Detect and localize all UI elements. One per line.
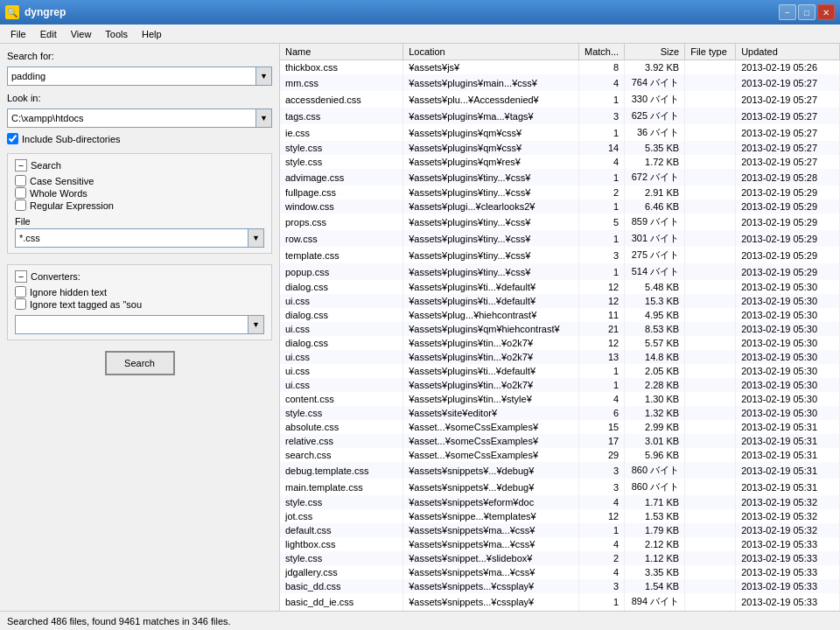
menu-edit[interactable]: Edit — [33, 27, 64, 41]
table-row[interactable]: style.css¥assets¥plugins¥qm¥res¥41.72 KB… — [280, 155, 840, 169]
table-row[interactable]: style.css¥assets¥snippet...¥slidebox¥21.… — [280, 551, 840, 565]
table-cell: ¥assets¥js¥ — [403, 60, 579, 75]
close-button[interactable]: ✕ — [817, 4, 835, 20]
case-sensitive-checkbox[interactable] — [15, 175, 26, 186]
table-row[interactable]: fullpage.css¥assets¥plugins¥tiny...¥css¥… — [280, 186, 840, 200]
look-in-input[interactable] — [8, 112, 256, 124]
col-header-name[interactable]: Name — [280, 44, 403, 60]
table-row[interactable]: absolute.css¥asset...¥someCssExamples¥15… — [280, 420, 840, 434]
col-header-filetype[interactable]: File type — [685, 44, 736, 60]
table-row[interactable]: lightbox.css¥assets¥snippets¥ma...¥css¥4… — [280, 537, 840, 551]
converters-input[interactable] — [16, 318, 248, 331]
file-input[interactable] — [16, 232, 248, 244]
converters-section-toggle[interactable]: − — [15, 270, 27, 283]
search-for-input[interactable] — [8, 70, 256, 82]
table-row[interactable]: dialog.css¥assets¥plugins¥ti...¥default¥… — [280, 280, 840, 294]
include-sub-checkbox[interactable] — [7, 133, 18, 144]
table-row[interactable]: ui.css¥assets¥plugins¥tin...¥o2k7¥1314.8… — [280, 350, 840, 364]
look-in-combo[interactable]: ▼ — [7, 108, 272, 128]
table-row[interactable]: tags.css¥assets¥plugins¥ma...¥tags¥3625 … — [280, 108, 840, 124]
converters-combo[interactable]: ▼ — [15, 315, 264, 334]
minimize-button[interactable]: − — [779, 4, 796, 20]
table-row[interactable]: jdgallery.css¥assets¥snippets¥ma...¥css¥… — [280, 565, 840, 579]
table-cell: ¥assets¥plug...¥hiehcontrast¥ — [403, 308, 579, 322]
table-row[interactable]: ui.css¥assets¥plugins¥tin...¥o2k7¥12.28 … — [280, 378, 840, 392]
table-row[interactable]: template.css¥assets¥plugins¥tiny...¥css¥… — [280, 247, 840, 263]
table-cell: 4.95 KB — [625, 308, 685, 322]
col-header-updated[interactable]: Updated — [736, 44, 840, 60]
table-cell: 1 — [579, 230, 625, 247]
table-row[interactable]: window.css¥assets¥plugi...¥clearlooks2¥1… — [280, 200, 840, 214]
table-cell: style.css — [280, 495, 403, 509]
table-row[interactable]: jot.css¥assets¥snippe...¥templates¥121.5… — [280, 509, 840, 523]
file-combo[interactable]: ▼ — [15, 228, 264, 248]
table-row[interactable]: basic_dd_ie.css¥assets¥snippets...¥csspl… — [280, 593, 840, 610]
table-cell — [685, 350, 736, 364]
menu-help[interactable]: Help — [135, 27, 169, 41]
search-button[interactable]: Search — [105, 351, 175, 375]
file-dropdown-btn[interactable]: ▼ — [248, 229, 263, 247]
col-header-match[interactable]: Match... — [579, 44, 625, 60]
look-in-dropdown-btn[interactable]: ▼ — [256, 109, 271, 127]
table-cell: ¥asset...¥someCssExamples¥ — [403, 420, 579, 434]
table-row[interactable]: props.css¥assets¥plugins¥tiny...¥css¥585… — [280, 214, 840, 230]
table-cell: ¥assets¥plugins¥qm¥css¥ — [403, 124, 579, 141]
table-row[interactable]: style.css¥assets¥snippets¥eform¥doc41.71… — [280, 495, 840, 509]
table-cell: 4 — [579, 392, 625, 406]
table-row[interactable]: dropdown.css¥assets¥snippets...¥cssplay¥… — [280, 610, 840, 611]
ignore-tagged-checkbox[interactable] — [15, 298, 26, 310]
table-row[interactable]: ui.css¥assets¥plugins¥ti...¥default¥12.0… — [280, 364, 840, 378]
table-cell: 860 バイト — [625, 462, 685, 479]
table-cell: 2013-02-19 05:27 — [736, 108, 840, 124]
converters-dropdown-btn[interactable]: ▼ — [248, 316, 263, 333]
search-for-combo[interactable]: ▼ — [7, 66, 272, 86]
table-cell: 1 — [579, 610, 625, 611]
table-row[interactable]: main.template.css¥assets¥snippets¥...¥de… — [280, 479, 840, 495]
table-cell: popup.css — [280, 263, 403, 280]
table-row[interactable]: dialog.css¥assets¥plug...¥hiehcontrast¥1… — [280, 308, 840, 322]
menu-tools[interactable]: Tools — [98, 27, 135, 41]
table-cell: 2.05 KB — [625, 364, 685, 378]
table-row[interactable]: mm.css¥assets¥plugins¥main...¥css¥4764 バ… — [280, 74, 840, 91]
menu-file[interactable]: File — [4, 27, 33, 41]
search-for-dropdown-btn[interactable]: ▼ — [256, 67, 271, 85]
ignore-hidden-checkbox[interactable] — [15, 286, 26, 298]
table-cell — [685, 124, 736, 141]
results-table[interactable]: Name Location Match... Size File type Up… — [280, 44, 840, 611]
table-row[interactable]: basic_dd.css¥assets¥snippets...¥cssplay¥… — [280, 579, 840, 593]
table-row[interactable]: style.css¥assets¥plugins¥qm¥css¥145.35 K… — [280, 141, 840, 155]
table-cell: 12 — [579, 294, 625, 308]
table-cell: 3 — [579, 247, 625, 263]
table-cell: 12 — [579, 336, 625, 350]
table-row[interactable]: dialog.css¥assets¥plugins¥tin...¥o2k7¥12… — [280, 336, 840, 350]
table-row[interactable]: thickbox.css¥assets¥js¥83.92 KB2013-02-1… — [280, 60, 840, 75]
col-header-size[interactable]: Size — [625, 44, 685, 60]
table-cell: ¥assets¥plugins¥tin...¥o2k7¥ — [403, 378, 579, 392]
table-row[interactable]: relative.css¥asset...¥someCssExamples¥17… — [280, 434, 840, 448]
table-cell — [685, 579, 736, 593]
table-row[interactable]: accessdenied.css¥assets¥plu...¥Accessden… — [280, 91, 840, 108]
table-row[interactable]: ie.css¥assets¥plugins¥qm¥css¥136 バイト2013… — [280, 124, 840, 141]
table-row[interactable]: style.css¥assets¥site¥editor¥61.32 KB201… — [280, 406, 840, 420]
table-row[interactable]: content.css¥assets¥plugins¥tin...¥style¥… — [280, 392, 840, 406]
table-cell: 4 — [579, 74, 625, 91]
maximize-button[interactable]: □ — [798, 4, 816, 20]
table-row[interactable]: row.css¥assets¥plugins¥tiny...¥css¥1301 … — [280, 230, 840, 247]
table-row[interactable]: search.css¥asset...¥someCssExamples¥295.… — [280, 448, 840, 462]
table-cell — [685, 523, 736, 537]
table-row[interactable]: default.css¥assets¥snippets¥ma...¥css¥11… — [280, 523, 840, 537]
table-row[interactable]: ui.css¥assets¥plugins¥ti...¥default¥1215… — [280, 294, 840, 308]
table-row[interactable]: debug.template.css¥assets¥snippets¥...¥d… — [280, 462, 840, 479]
col-header-location[interactable]: Location — [403, 44, 579, 60]
table-cell: fullpage.css — [280, 186, 403, 200]
menu-view[interactable]: View — [64, 27, 99, 41]
table-cell — [685, 186, 736, 200]
whole-words-checkbox[interactable] — [15, 187, 26, 199]
search-section-toggle[interactable]: − — [15, 159, 27, 172]
table-cell: 2013-02-19 05:33 — [736, 593, 840, 610]
table-row[interactable]: popup.css¥assets¥plugins¥tiny...¥css¥151… — [280, 263, 840, 280]
regex-checkbox[interactable] — [15, 200, 26, 211]
table-row[interactable]: ui.css¥assets¥plugins¥qm¥hiehcontrast¥21… — [280, 322, 840, 336]
table-row[interactable]: advimage.css¥assets¥plugins¥tiny...¥css¥… — [280, 169, 840, 186]
table-cell: ¥assets¥plugins¥tiny...¥css¥ — [403, 214, 579, 230]
